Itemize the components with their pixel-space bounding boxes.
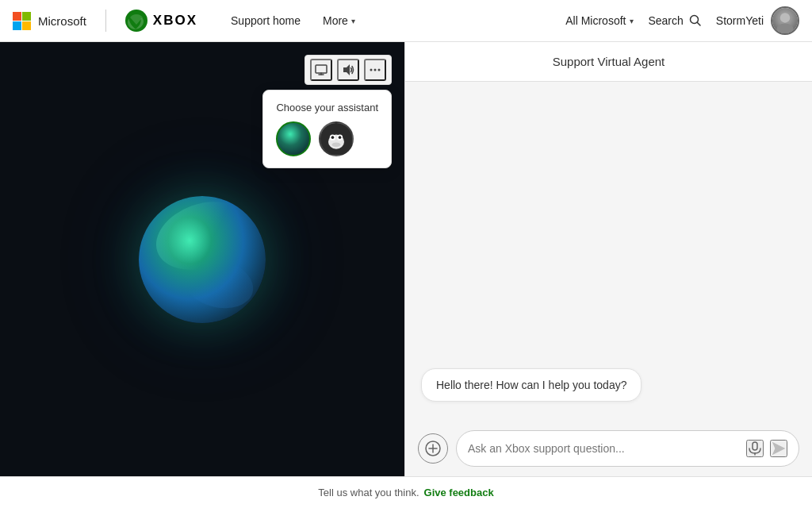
xbox-wordmark: XBOX bbox=[153, 13, 197, 29]
xbox-icon bbox=[125, 10, 147, 32]
right-panel: Support Virtual Agent Hello there! How c… bbox=[404, 42, 812, 476]
svg-point-4 bbox=[776, 24, 793, 35]
svg-point-11 bbox=[378, 69, 381, 71]
footer: Tell us what you think. Give feedback bbox=[0, 476, 812, 508]
svg-point-9 bbox=[370, 69, 373, 71]
add-icon bbox=[425, 441, 441, 456]
microphone-icon bbox=[748, 441, 762, 456]
more-options-button[interactable] bbox=[364, 59, 386, 81]
ms-tile-green bbox=[22, 12, 31, 21]
search-icon bbox=[689, 14, 702, 27]
user-area[interactable]: StormYeti bbox=[716, 6, 799, 35]
svg-point-3 bbox=[780, 13, 790, 22]
ms-tile-blue bbox=[13, 21, 21, 30]
svg-point-16 bbox=[331, 136, 335, 139]
svg-marker-24 bbox=[773, 443, 784, 454]
send-button[interactable] bbox=[770, 440, 787, 457]
search-button[interactable]: Search bbox=[648, 14, 701, 27]
chat-header: Support Virtual Agent bbox=[405, 42, 812, 82]
send-icon bbox=[772, 441, 786, 456]
speaker-icon bbox=[342, 64, 354, 76]
ms-tile-red bbox=[13, 12, 21, 21]
more-chevron-icon: ▾ bbox=[351, 17, 355, 25]
speaker-button[interactable] bbox=[337, 59, 359, 81]
choose-assistant-popup: Choose your assistant bbox=[262, 90, 392, 168]
svg-line-2 bbox=[697, 23, 700, 26]
give-feedback-link[interactable]: Give feedback bbox=[424, 487, 494, 498]
xbox-brand: XBOX bbox=[125, 10, 197, 32]
username: StormYeti bbox=[716, 14, 764, 27]
avatar-inner bbox=[772, 8, 798, 33]
screen-icon bbox=[315, 64, 327, 76]
svg-rect-22 bbox=[753, 442, 757, 450]
main-content: Choose your assistant Suppo bbox=[0, 42, 812, 476]
chat-messages: Hello there! How can I help you today? bbox=[405, 82, 812, 421]
left-panel: Choose your assistant bbox=[0, 42, 404, 476]
bot-message: Hello there! How can I help you today? bbox=[421, 368, 642, 402]
svg-point-10 bbox=[374, 69, 377, 71]
avatar bbox=[771, 6, 799, 35]
avatar-orb bbox=[139, 196, 266, 323]
footer-text: Tell us what you think. bbox=[318, 487, 419, 498]
microsoft-wordmark: Microsoft bbox=[38, 14, 86, 28]
chat-input[interactable] bbox=[468, 442, 740, 455]
assistant-option-2[interactable] bbox=[319, 121, 354, 156]
nav-more[interactable]: More ▾ bbox=[312, 0, 366, 42]
assistant-option-1[interactable] bbox=[276, 121, 311, 156]
ellipsis-icon bbox=[369, 64, 381, 76]
svg-rect-5 bbox=[316, 65, 327, 73]
ms-tile-yellow bbox=[22, 21, 31, 30]
yeti-assistant-icon bbox=[320, 121, 352, 156]
choose-assistant-title: Choose your assistant bbox=[276, 102, 378, 114]
logo-area: Microsoft XBOX bbox=[13, 10, 197, 32]
add-attachment-button[interactable] bbox=[418, 433, 448, 464]
avatar-image bbox=[772, 6, 798, 35]
svg-point-17 bbox=[339, 136, 342, 139]
all-microsoft-button[interactable]: All Microsoft ▾ bbox=[565, 14, 634, 27]
microphone-button[interactable] bbox=[746, 440, 764, 457]
screen-toggle-button[interactable] bbox=[310, 59, 332, 81]
header: Microsoft XBOX Support home More ▾ All M… bbox=[0, 0, 812, 42]
header-right: All Microsoft ▾ Search StormYeti bbox=[565, 6, 799, 35]
header-divider bbox=[105, 10, 106, 32]
all-microsoft-chevron-icon: ▾ bbox=[630, 17, 634, 25]
main-nav: Support home More ▾ bbox=[220, 0, 366, 42]
chat-input-wrapper bbox=[456, 430, 799, 467]
assistant-options bbox=[276, 121, 378, 156]
left-panel-toolbar bbox=[304, 55, 392, 85]
svg-marker-8 bbox=[343, 64, 350, 75]
microsoft-logo bbox=[13, 12, 30, 29]
nav-support-home[interactable]: Support home bbox=[220, 0, 312, 42]
chat-input-area bbox=[405, 421, 812, 476]
svg-point-18 bbox=[332, 143, 341, 147]
